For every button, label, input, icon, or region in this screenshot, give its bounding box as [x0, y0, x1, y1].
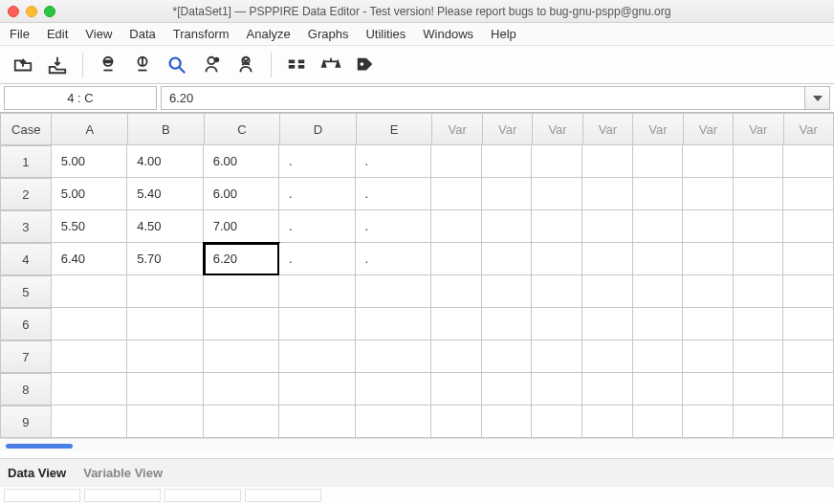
data-cell[interactable]: 5.40	[127, 178, 203, 210]
insert-variable-icon[interactable]	[232, 52, 259, 78]
row-header[interactable]: 1	[0, 145, 52, 178]
tab-variable-view[interactable]: Variable View	[83, 466, 163, 480]
data-cell[interactable]: 6.20	[204, 243, 279, 275]
data-cell[interactable]: 5.00	[52, 178, 127, 210]
data-cell[interactable]	[683, 145, 734, 178]
data-cell[interactable]	[633, 178, 684, 210]
data-cell[interactable]	[683, 373, 734, 405]
column-header-C[interactable]: C	[205, 113, 281, 145]
data-cell[interactable]: .	[356, 145, 431, 178]
close-icon[interactable]	[8, 6, 19, 17]
data-cell[interactable]	[582, 308, 633, 340]
row-header[interactable]: 9	[0, 405, 52, 438]
column-header-B[interactable]: B	[128, 113, 205, 145]
data-cell[interactable]	[431, 373, 482, 405]
data-cell[interactable]	[633, 405, 684, 438]
tab-data-view[interactable]: Data View	[8, 466, 66, 480]
data-cell[interactable]	[482, 210, 533, 243]
weight-cases-icon[interactable]	[318, 52, 344, 78]
column-header-var[interactable]: Var	[684, 113, 734, 145]
data-cell[interactable]	[582, 178, 633, 210]
open-icon[interactable]	[10, 52, 36, 78]
data-cell[interactable]	[734, 405, 784, 438]
data-cell[interactable]: .	[279, 210, 355, 243]
data-cell[interactable]	[127, 373, 203, 405]
data-cell[interactable]	[356, 373, 431, 405]
data-cell[interactable]	[127, 340, 203, 373]
data-cell[interactable]	[633, 340, 684, 373]
row-header[interactable]: 7	[0, 340, 52, 373]
data-cell[interactable]: 6.40	[52, 243, 127, 275]
data-cell[interactable]	[734, 308, 784, 340]
row-header[interactable]: 6	[0, 308, 52, 340]
save-icon[interactable]	[44, 52, 71, 78]
maximize-icon[interactable]	[44, 6, 55, 17]
data-cell[interactable]	[532, 145, 582, 178]
menu-view[interactable]: View	[85, 27, 112, 41]
data-cell[interactable]: .	[356, 178, 431, 210]
data-cell[interactable]	[431, 308, 482, 340]
cell-reference[interactable]: 4 : C	[4, 86, 157, 110]
data-cell[interactable]: .	[279, 243, 355, 275]
corner-cell[interactable]: Case	[0, 113, 52, 145]
data-cell[interactable]	[279, 340, 355, 373]
data-cell[interactable]	[582, 340, 633, 373]
menu-help[interactable]: Help	[491, 27, 516, 41]
data-cell[interactable]	[356, 275, 431, 308]
menu-analyze[interactable]: Analyze	[247, 27, 291, 41]
data-cell[interactable]	[683, 210, 734, 243]
menu-windows[interactable]: Windows	[423, 27, 473, 41]
data-cell[interactable]	[783, 405, 834, 438]
data-cell[interactable]	[532, 308, 582, 340]
split-file-icon[interactable]	[283, 52, 310, 78]
horizontal-scrollbar[interactable]	[0, 438, 834, 451]
column-header-var[interactable]: Var	[432, 113, 482, 145]
data-cell[interactable]	[532, 373, 582, 405]
cell-value-input[interactable]: 6.20	[161, 86, 805, 110]
data-cell[interactable]	[482, 243, 533, 275]
data-cell[interactable]	[356, 340, 431, 373]
data-cell[interactable]	[482, 275, 533, 308]
data-cell[interactable]	[127, 308, 203, 340]
data-cell[interactable]	[52, 308, 127, 340]
data-cell[interactable]	[482, 405, 533, 438]
data-cell[interactable]	[683, 405, 734, 438]
scrollbar-thumb[interactable]	[6, 444, 73, 449]
data-cell[interactable]	[279, 405, 355, 438]
data-cell[interactable]	[582, 210, 633, 243]
data-cell[interactable]	[633, 243, 684, 275]
data-cell[interactable]	[633, 275, 684, 308]
search-icon[interactable]	[164, 52, 190, 78]
data-cell[interactable]	[482, 373, 533, 405]
data-cell[interactable]	[783, 145, 834, 178]
data-cell[interactable]	[52, 373, 127, 405]
data-cell[interactable]: 5.50	[52, 210, 127, 243]
data-cell[interactable]	[532, 210, 582, 243]
data-cell[interactable]	[532, 178, 582, 210]
column-header-A[interactable]: A	[52, 113, 128, 145]
data-cell[interactable]	[431, 340, 482, 373]
data-cell[interactable]	[127, 405, 203, 438]
minimize-icon[interactable]	[26, 6, 37, 17]
menu-edit[interactable]: Edit	[47, 27, 68, 41]
column-header-var[interactable]: Var	[533, 113, 582, 145]
data-cell[interactable]	[431, 178, 482, 210]
data-cell[interactable]	[783, 210, 834, 243]
data-cell[interactable]	[734, 373, 784, 405]
data-cell[interactable]	[532, 275, 582, 308]
data-cell[interactable]	[734, 243, 784, 275]
data-cell[interactable]	[482, 178, 533, 210]
column-header-D[interactable]: D	[280, 113, 357, 145]
data-cell[interactable]	[734, 210, 784, 243]
column-header-var[interactable]: Var	[784, 113, 834, 145]
menu-transform[interactable]: Transform	[173, 27, 230, 41]
goto-case-icon[interactable]	[95, 52, 121, 78]
data-cell[interactable]	[683, 340, 734, 373]
column-header-var[interactable]: Var	[734, 113, 783, 145]
data-cell[interactable]: 7.00	[204, 210, 279, 243]
data-cell[interactable]	[683, 275, 734, 308]
data-cell[interactable]	[532, 243, 582, 275]
data-cell[interactable]	[633, 210, 684, 243]
data-cell[interactable]: 4.50	[127, 210, 203, 243]
data-cell[interactable]: 6.00	[204, 145, 279, 178]
